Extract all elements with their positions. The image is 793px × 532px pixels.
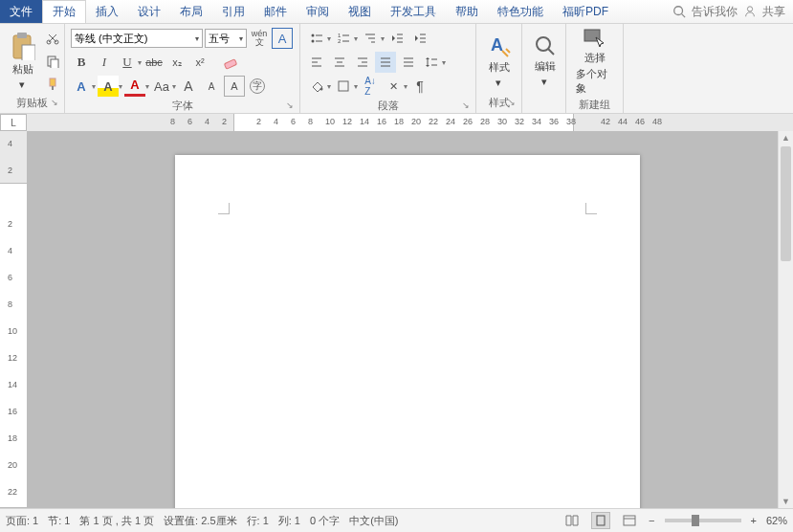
bullets-button[interactable] <box>306 28 327 49</box>
view-web-button[interactable] <box>620 512 639 529</box>
status-words[interactable]: 0 个字 <box>310 514 340 528</box>
svg-rect-10 <box>50 78 55 86</box>
bold-button[interactable]: B <box>71 52 92 73</box>
font-name-combo[interactable]: 等线 (中文正文)▾ <box>71 29 203 48</box>
view-read-button[interactable] <box>562 512 582 529</box>
grow-font-button[interactable]: A <box>178 76 199 97</box>
borders-button[interactable] <box>333 76 354 97</box>
menu-file[interactable]: 文件 <box>0 0 42 23</box>
tab-selector[interactable]: L <box>0 114 27 131</box>
align-center-button[interactable] <box>329 52 350 73</box>
status-position[interactable]: 设置值: 2.5厘米 <box>164 514 236 528</box>
scroll-up-icon[interactable]: ▲ <box>779 131 793 144</box>
scroll-down-icon[interactable]: ▼ <box>779 495 793 508</box>
menu-tab-foxit[interactable]: 福昕PDF <box>553 0 618 23</box>
ribbon-group-paragraph: ▾ 12▾ ▾ ▾ ▾ ▾ A↓Z ✕▾ ¶ 段落↘ <box>300 24 476 113</box>
copy-button[interactable] <box>42 51 63 72</box>
menu-tab-developer[interactable]: 开发工具 <box>381 0 446 23</box>
view-print-button[interactable] <box>591 512 610 529</box>
zoom-slider-thumb[interactable] <box>692 515 699 526</box>
highlight-button[interactable]: A <box>98 76 119 97</box>
enclose-char-button[interactable]: 字 <box>247 76 268 97</box>
menu-tab-help[interactable]: 帮助 <box>446 0 488 23</box>
zoom-level[interactable]: 62% <box>766 515 787 526</box>
italic-button[interactable]: I <box>94 52 115 73</box>
styles-launcher[interactable]: ↘ <box>508 98 516 107</box>
phonetic-guide-button[interactable]: wén文 <box>249 28 270 49</box>
menu-tab-review[interactable]: 审阅 <box>297 0 339 23</box>
ruler-horizontal[interactable]: L 86422468101214161820222426283032343638… <box>0 114 793 131</box>
scrollbar-vertical[interactable]: ▲ ▼ <box>778 131 793 508</box>
change-case-button[interactable]: Aa <box>151 76 172 97</box>
document-area[interactable] <box>27 131 778 508</box>
scissors-icon <box>46 32 59 45</box>
styles-button[interactable]: A 样式▾ <box>480 26 518 96</box>
decrease-indent-button[interactable] <box>386 28 408 49</box>
menu-tab-insert[interactable]: 插入 <box>86 0 128 23</box>
multilevel-button[interactable] <box>360 28 381 49</box>
status-section[interactable]: 节: 1 <box>48 514 70 528</box>
page[interactable] <box>175 155 640 508</box>
edit-button[interactable]: 编辑▾ <box>526 26 564 96</box>
menu-tab-view[interactable]: 视图 <box>339 0 381 23</box>
share-button[interactable]: 共享 <box>762 4 785 20</box>
menu-tab-layout[interactable]: 布局 <box>170 0 212 23</box>
format-painter-button[interactable] <box>42 74 63 95</box>
underline-button[interactable]: U <box>117 52 138 73</box>
show-marks-button[interactable]: ¶ <box>409 76 430 97</box>
scrollbar-thumb[interactable] <box>781 146 791 261</box>
status-col[interactable]: 列: 1 <box>278 514 300 528</box>
shrink-font-button[interactable]: A <box>201 76 222 97</box>
svg-point-48 <box>320 88 323 91</box>
char-shading-button[interactable]: A <box>224 76 245 97</box>
ruler-vertical[interactable]: 42246810121416182022 <box>0 131 27 508</box>
zoom-in-button[interactable]: + <box>751 515 757 526</box>
group-label-clipboard: 剪贴板 <box>16 97 48 108</box>
font-size-combo[interactable]: 五号▾ <box>205 29 247 48</box>
menu-tab-design[interactable]: 设计 <box>128 0 170 23</box>
copy-icon <box>46 55 59 68</box>
cut-button[interactable] <box>42 28 63 49</box>
eraser-icon <box>222 54 239 71</box>
clipboard-launcher[interactable]: ↘ <box>51 98 58 107</box>
tell-me-input[interactable]: 告诉我你 <box>692 4 738 20</box>
zoom-out-button[interactable]: − <box>649 515 654 526</box>
status-language[interactable]: 中文(中国) <box>349 514 398 528</box>
ribbon-group-new: 选择 多个对象 新建组 <box>566 24 624 113</box>
superscript-button[interactable]: x² <box>189 52 210 73</box>
align-right-button[interactable] <box>352 52 373 73</box>
styles-icon: A <box>487 33 512 58</box>
align-justify-button[interactable] <box>375 52 396 73</box>
group-label-font: 字体 <box>172 100 193 111</box>
search-icon[interactable] <box>672 5 686 18</box>
menu-tab-mailings[interactable]: 邮件 <box>254 0 297 23</box>
line-spacing-button[interactable] <box>421 52 442 73</box>
sort-button[interactable]: A↓Z <box>360 76 381 97</box>
numbering-button[interactable]: 12 <box>333 28 354 49</box>
status-line[interactable]: 行: 1 <box>247 514 269 528</box>
text-effects-button[interactable]: A <box>71 76 92 97</box>
svg-point-13 <box>312 34 315 37</box>
menu-tab-special[interactable]: 特色功能 <box>488 0 553 23</box>
subscript-button[interactable]: x₂ <box>166 52 187 73</box>
strike-button[interactable]: abc <box>143 52 165 73</box>
align-distributed-button[interactable] <box>398 52 419 73</box>
increase-indent-button[interactable] <box>409 28 430 49</box>
zoom-slider[interactable] <box>665 519 741 522</box>
text-direction-button[interactable]: ✕ <box>383 76 404 97</box>
char-border-button[interactable]: A <box>272 28 293 49</box>
paste-button[interactable]: 粘贴 ▾ <box>4 26 42 96</box>
status-bar: 页面: 1 节: 1 第 1 页 , 共 1 页 设置值: 2.5厘米 行: 1… <box>0 508 793 532</box>
shading-button[interactable] <box>306 76 327 97</box>
status-pages[interactable]: 第 1 页 , 共 1 页 <box>79 514 154 528</box>
select-objects-button[interactable]: 选择 多个对象 <box>570 26 619 98</box>
align-left-button[interactable] <box>306 52 327 73</box>
font-launcher[interactable]: ↘ <box>286 100 294 110</box>
svg-rect-49 <box>339 81 348 91</box>
menu-tab-references[interactable]: 引用 <box>212 0 254 23</box>
status-page[interactable]: 页面: 1 <box>6 514 38 528</box>
menu-tab-home[interactable]: 开始 <box>42 0 86 23</box>
font-color-button[interactable]: A <box>124 76 145 97</box>
paragraph-launcher[interactable]: ↘ <box>462 100 470 110</box>
clear-format-button[interactable] <box>220 52 241 73</box>
